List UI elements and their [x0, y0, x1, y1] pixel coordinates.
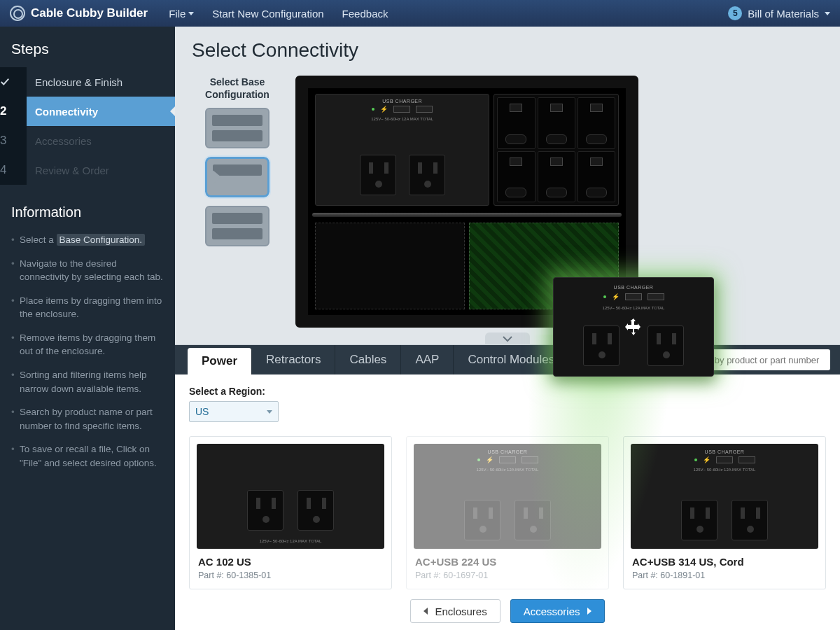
app-name: Cable Cubby Builder — [31, 6, 148, 20]
usb-charger-label: USB CHARGER — [488, 449, 528, 454]
outlet-icon — [360, 155, 396, 195]
base-config-option-2[interactable] — [205, 157, 270, 197]
enclosure-divider — [312, 213, 622, 217]
outlet-icon — [648, 326, 684, 366]
prev-step-button[interactable]: Enclosures — [410, 599, 500, 623]
product-title: AC+USB 314 US, Cord — [632, 556, 817, 568]
outlet-icon — [247, 490, 284, 531]
product-card[interactable]: 125V~ 50-60Hz 12A MAX TOTAL AC 102 US Pa… — [189, 436, 392, 589]
info-item: Search by product name or part number to… — [11, 405, 164, 433]
next-step-button[interactable]: Accessories — [510, 599, 605, 623]
product-card[interactable]: USB CHARGER ⚡ 125V~ 50-60Hz 12A MAX TOTA… — [623, 436, 826, 589]
base-config-column: Select BaseConfiguration — [192, 76, 283, 344]
info-item: Navigate to the desired connectivity by … — [11, 257, 164, 284]
info-item: Remove items by dragging them out of the… — [11, 331, 164, 358]
info-item: To save or recall a file, Click on "File… — [11, 442, 164, 470]
empty-slot[interactable] — [315, 223, 465, 309]
product-cards: 125V~ 50-60Hz 12A MAX TOTAL AC 102 US Pa… — [189, 436, 826, 589]
product-thumbnail: 125V~ 50-60Hz 12A MAX TOTAL — [197, 444, 384, 549]
led-icon — [372, 108, 374, 111]
start-new-config-link[interactable]: Start New Configuration — [212, 8, 323, 20]
step-number: 4 — [0, 155, 27, 185]
outlet-icon — [583, 326, 620, 366]
bolt-icon: ⚡ — [612, 293, 620, 300]
step-label: Review & Order — [27, 155, 175, 185]
feedback-link[interactable]: Feedback — [342, 8, 388, 20]
product-title: AC 102 US — [198, 556, 383, 568]
outlet-icon — [298, 490, 334, 531]
info-item: Place items by dragging them into the en… — [11, 294, 164, 321]
cable-cell — [538, 97, 575, 149]
information-heading: Information — [0, 185, 175, 226]
usb-port-icon — [716, 456, 733, 463]
usb-port-icon — [499, 456, 516, 463]
rating-label: 125V~ 50-60Hz 12A MAX TOTAL — [371, 117, 433, 121]
caret-down-icon — [188, 12, 194, 15]
usb-port-icon — [648, 293, 664, 300]
outlet-icon — [409, 155, 445, 195]
step-accessories: 3 Accessories — [0, 126, 175, 155]
cable-module-slot[interactable] — [493, 94, 619, 206]
outlet-icon — [514, 500, 551, 540]
led-icon — [603, 295, 606, 298]
tab-power[interactable]: Power — [188, 348, 252, 374]
rating-label: 125V~ 50-60Hz 12A MAX TOTAL — [477, 468, 539, 472]
product-card[interactable]: USB CHARGER ⚡ 125V~ 50-60Hz 12A MAX TOTA… — [406, 436, 609, 589]
main-content: Select Connectivity Select BaseConfigura… — [175, 27, 840, 630]
usb-port-icon — [393, 106, 410, 113]
cable-cell — [538, 151, 575, 203]
preview-area: Select BaseConfiguration USB CHARGER ⚡ 1… — [175, 71, 840, 344]
outlet-icon — [464, 500, 500, 540]
information-list: Select a Base Configuration. Navigate to… — [0, 226, 175, 479]
page-title: Select Connectivity — [192, 39, 823, 62]
step-review-order: 4 Review & Order — [0, 155, 175, 185]
region-select[interactable]: US — [189, 401, 279, 422]
info-item: Sorting and filtering items help narrow … — [11, 368, 164, 396]
outlet-icon — [681, 500, 718, 540]
usb-port-icon — [416, 106, 433, 113]
base-config-option-3[interactable] — [205, 206, 270, 246]
chevron-right-icon — [587, 608, 592, 615]
product-browser: Power Retractors Cables AAP Control Modu… — [175, 344, 840, 630]
file-menu[interactable]: File — [169, 8, 194, 20]
led-icon — [694, 458, 697, 461]
cable-cell — [578, 151, 615, 203]
step-enclosure-finish[interactable]: Enclosure & Finish — [0, 67, 175, 97]
check-icon — [0, 77, 10, 87]
base-config-option-1[interactable] — [205, 108, 270, 148]
chevron-down-icon — [503, 335, 512, 342]
outlet-icon — [732, 500, 768, 540]
info-item: Select a Base Configuration. — [11, 233, 164, 247]
product-part-number: Part #: 60-1891-01 — [632, 570, 817, 580]
steps-heading: Steps — [0, 27, 175, 67]
dragging-module-ghost[interactable]: USB CHARGER ⚡ 125V~ 50-60Hz 12A MAX TOTA… — [553, 277, 714, 377]
move-icon — [624, 318, 643, 336]
usb-charger-label: USB CHARGER — [614, 285, 654, 290]
usb-port-icon — [738, 456, 755, 463]
tab-control-modules[interactable]: Control Modules — [454, 345, 569, 374]
rating-label: 125V~ 50-60Hz 12A MAX TOTAL — [603, 306, 665, 310]
tab-cables[interactable]: Cables — [335, 345, 401, 374]
cable-cell — [497, 97, 535, 149]
tab-retractors[interactable]: Retractors — [252, 345, 335, 374]
step-nav: Enclosures Accessories — [175, 599, 840, 623]
step-connectivity[interactable]: 2 Connectivity — [0, 97, 175, 126]
cable-cell — [497, 151, 535, 203]
product-part-number: Part #: 60-1385-01 — [198, 570, 383, 580]
usb-port-icon — [625, 293, 642, 300]
led-icon — [477, 458, 480, 461]
next-step-label: Accessories — [524, 606, 580, 617]
power-module-slot[interactable]: USB CHARGER ⚡ 125V~ 50-60Hz 12A MAX TOTA… — [315, 94, 489, 206]
bolt-icon: ⚡ — [380, 106, 388, 113]
caret-down-icon — [267, 410, 272, 414]
bill-of-materials-button[interactable]: 5 Bill of Materials — [728, 6, 830, 20]
step-label: Enclosure & Finish — [27, 67, 175, 97]
step-label: Connectivity — [27, 97, 175, 126]
usb-charger-label: USB CHARGER — [705, 449, 745, 454]
collapse-preview-handle[interactable] — [485, 332, 530, 345]
product-thumbnail: USB CHARGER ⚡ 125V~ 50-60Hz 12A MAX TOTA… — [414, 444, 601, 549]
caret-down-icon — [825, 12, 830, 15]
region-label: Select a Region: — [189, 386, 826, 397]
tab-aap[interactable]: AAP — [401, 345, 454, 374]
bom-count-badge: 5 — [728, 6, 742, 20]
